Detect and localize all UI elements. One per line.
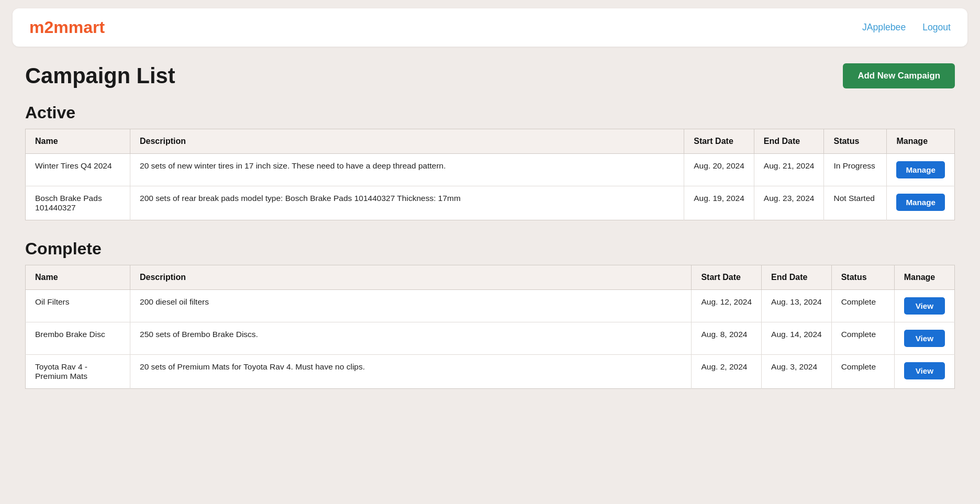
active-row-description: 20 sets of new winter tires in 17 inch s… — [130, 154, 684, 186]
table-row: Winter Tires Q4 2024 20 sets of new wint… — [26, 154, 955, 186]
active-col-manage: Manage — [887, 129, 955, 154]
active-row-manage-cell: Manage — [887, 154, 955, 186]
active-campaigns-table: Name Description Start Date End Date Sta… — [25, 129, 955, 220]
table-row: Bosch Brake Pads 101440327 200 sets of r… — [26, 186, 955, 220]
view-button[interactable]: View — [904, 362, 945, 379]
active-row-status: In Progress — [824, 154, 887, 186]
header: m2mmart JApplebee Logout — [13, 8, 967, 47]
complete-col-manage: Manage — [894, 265, 954, 290]
complete-row-end-date: Aug. 13, 2024 — [762, 290, 832, 322]
active-col-start-date: Start Date — [684, 129, 754, 154]
view-button[interactable]: View — [904, 330, 945, 347]
complete-row-end-date: Aug. 14, 2024 — [762, 322, 832, 355]
view-button[interactable]: View — [904, 297, 945, 315]
complete-campaigns-table: Name Description Start Date End Date Sta… — [25, 265, 955, 389]
logo: m2mmart — [29, 18, 105, 37]
complete-section-title: Complete — [25, 239, 955, 259]
complete-row-description: 250 sets of Brembo Brake Discs. — [130, 322, 692, 355]
complete-row-status: Complete — [831, 355, 894, 389]
active-row-name: Bosch Brake Pads 101440327 — [26, 186, 130, 220]
active-col-status: Status — [824, 129, 887, 154]
active-row-start-date: Aug. 19, 2024 — [684, 186, 754, 220]
complete-row-start-date: Aug. 2, 2024 — [692, 355, 762, 389]
active-row-end-date: Aug. 23, 2024 — [754, 186, 824, 220]
complete-row-status: Complete — [831, 322, 894, 355]
active-row-description: 200 sets of rear break pads model type: … — [130, 186, 684, 220]
complete-col-end-date: End Date — [762, 265, 832, 290]
complete-row-name: Toyota Rav 4 - Premium Mats — [26, 355, 130, 389]
active-section-title: Active — [25, 103, 955, 122]
complete-col-description: Description — [130, 265, 692, 290]
active-row-status: Not Started — [824, 186, 887, 220]
page-header: Campaign List Add New Campaign — [25, 63, 955, 88]
header-nav: JApplebee Logout — [862, 22, 951, 33]
complete-col-start-date: Start Date — [692, 265, 762, 290]
manage-button[interactable]: Manage — [896, 194, 945, 211]
active-row-manage-cell: Manage — [887, 186, 955, 220]
complete-row-end-date: Aug. 3, 2024 — [762, 355, 832, 389]
add-new-campaign-button[interactable]: Add New Campaign — [843, 63, 955, 88]
manage-button[interactable]: Manage — [896, 161, 945, 178]
active-table-header-row: Name Description Start Date End Date Sta… — [26, 129, 955, 154]
complete-row-name: Brembo Brake Disc — [26, 322, 130, 355]
complete-row-description: 200 diesel oil filters — [130, 290, 692, 322]
active-col-description: Description — [130, 129, 684, 154]
logout-link[interactable]: Logout — [922, 22, 951, 33]
complete-row-description: 20 sets of Premium Mats for Toyota Rav 4… — [130, 355, 692, 389]
table-row: Brembo Brake Disc 250 sets of Brembo Bra… — [26, 322, 955, 355]
active-col-end-date: End Date — [754, 129, 824, 154]
complete-col-name: Name — [26, 265, 130, 290]
complete-row-status: Complete — [831, 290, 894, 322]
active-col-name: Name — [26, 129, 130, 154]
complete-col-status: Status — [831, 265, 894, 290]
main-content: Campaign List Add New Campaign Active Na… — [0, 47, 980, 424]
complete-row-manage-cell: View — [894, 355, 954, 389]
complete-table-header-row: Name Description Start Date End Date Sta… — [26, 265, 955, 290]
active-row-name: Winter Tires Q4 2024 — [26, 154, 130, 186]
complete-row-name: Oil Filters — [26, 290, 130, 322]
complete-row-manage-cell: View — [894, 322, 954, 355]
complete-row-start-date: Aug. 8, 2024 — [692, 322, 762, 355]
complete-row-manage-cell: View — [894, 290, 954, 322]
table-row: Toyota Rav 4 - Premium Mats 20 sets of P… — [26, 355, 955, 389]
active-row-end-date: Aug. 21, 2024 — [754, 154, 824, 186]
complete-row-start-date: Aug. 12, 2024 — [692, 290, 762, 322]
table-row: Oil Filters 200 diesel oil filters Aug. … — [26, 290, 955, 322]
page-title: Campaign List — [25, 63, 175, 88]
username-link[interactable]: JApplebee — [862, 22, 906, 33]
active-row-start-date: Aug. 20, 2024 — [684, 154, 754, 186]
